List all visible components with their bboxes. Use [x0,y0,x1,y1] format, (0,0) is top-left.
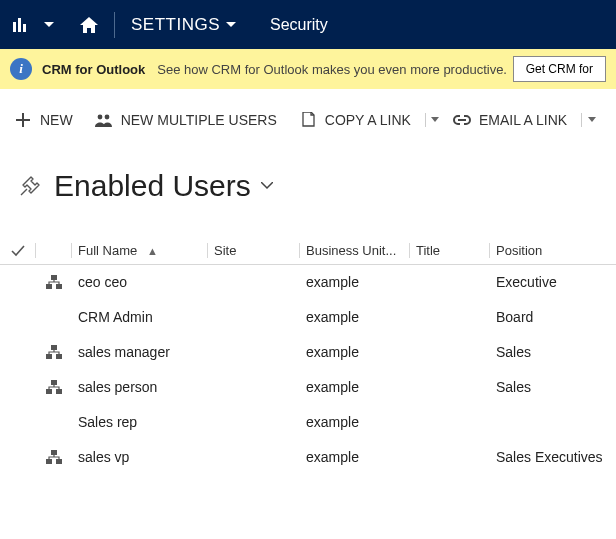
cell-full-name: Sales rep [72,405,208,440]
cell-business-unit: example [300,335,410,370]
cell-full-name: sales manager [72,335,208,370]
email-link-split[interactable] [581,113,593,127]
cell-title [410,440,490,475]
nav-divider [114,12,115,38]
cell-position: Sales [490,335,616,370]
cell-full-name: ceo ceo [72,265,208,300]
crm-logo-icon[interactable] [8,0,34,49]
cell-site [208,405,300,440]
cell-title [410,265,490,300]
row-checkbox[interactable] [0,440,36,475]
view-selector-chevron-icon[interactable] [261,182,273,190]
org-icon [36,300,72,335]
row-checkbox[interactable] [0,335,36,370]
cell-full-name: sales person [72,370,208,405]
cell-title [410,300,490,335]
cell-site [208,440,300,475]
org-icon [36,335,72,370]
copy-link-split[interactable] [425,113,437,127]
table-row[interactable]: sales personexampleSales [0,370,616,405]
banner-text: See how CRM for Outlook makes you even m… [157,62,507,77]
top-nav: SETTINGS Security [0,0,616,49]
table-row[interactable]: ceo ceoexampleExecutive [0,265,616,300]
svg-rect-10 [56,389,62,394]
cell-business-unit: example [300,405,410,440]
cell-business-unit: example [300,300,410,335]
plus-icon [14,111,32,129]
cell-site [208,300,300,335]
select-all-checkbox[interactable] [0,237,36,265]
app-switcher-chevron-icon[interactable] [40,0,58,49]
cell-position [490,405,616,440]
table-row[interactable]: sales vpexampleSales Executives [0,440,616,475]
multiple-users-icon [95,111,113,129]
link-icon [453,111,471,129]
cell-title [410,405,490,440]
banner-title: CRM for Outlook [42,62,145,77]
get-crm-button[interactable]: Get CRM for [513,56,606,82]
cell-site [208,265,300,300]
svg-rect-7 [56,354,62,359]
svg-rect-3 [46,284,52,289]
copy-link-button[interactable]: COPY A LINK [299,111,411,129]
cell-title [410,370,490,405]
col-business-unit[interactable]: Business Unit... [300,237,410,265]
svg-point-0 [97,114,102,119]
svg-rect-4 [56,284,62,289]
chevron-down-icon [226,22,236,28]
svg-rect-9 [46,389,52,394]
users-table: Full Name ▲ Site Business Unit... Title … [0,237,616,475]
row-checkbox[interactable] [0,405,36,440]
svg-point-1 [104,114,109,119]
org-icon [36,370,72,405]
col-position[interactable]: Position [490,237,616,265]
table-row[interactable]: sales managerexampleSales [0,335,616,370]
new-button[interactable]: NEW [14,111,73,129]
cell-position: Board [490,300,616,335]
col-title[interactable]: Title [410,237,490,265]
info-icon: i [10,58,32,80]
col-icon [36,237,72,265]
cell-position: Executive [490,265,616,300]
col-full-name[interactable]: Full Name ▲ [72,237,208,265]
nav-settings-label: SETTINGS [131,15,220,35]
org-icon [36,405,72,440]
svg-rect-8 [51,380,57,385]
cell-business-unit: example [300,370,410,405]
cell-position: Sales Executives [490,440,616,475]
new-multiple-users-button[interactable]: NEW MULTIPLE USERS [95,111,277,129]
org-icon [36,265,72,300]
email-link-label: EMAIL A LINK [479,112,567,128]
home-icon[interactable] [74,0,104,49]
table-header-row: Full Name ▲ Site Business Unit... Title … [0,237,616,265]
table-row[interactable]: Sales repexample [0,405,616,440]
org-icon [36,440,72,475]
sort-asc-icon: ▲ [147,245,158,257]
row-checkbox[interactable] [0,300,36,335]
cell-business-unit: example [300,265,410,300]
cell-position: Sales [490,370,616,405]
view-title-row: Enabled Users [20,169,616,203]
svg-rect-13 [56,459,62,464]
cell-title [410,335,490,370]
svg-rect-11 [51,450,57,455]
copy-icon [299,111,317,129]
col-full-name-label: Full Name [78,243,137,258]
svg-rect-6 [46,354,52,359]
row-checkbox[interactable] [0,370,36,405]
command-bar: NEW NEW MULTIPLE USERS COPY A LINK EMAIL… [0,89,616,151]
check-icon [10,244,26,258]
new-multiple-label: NEW MULTIPLE USERS [121,112,277,128]
col-site[interactable]: Site [208,237,300,265]
new-label: NEW [40,112,73,128]
view-title[interactable]: Enabled Users [54,169,251,203]
email-link-button[interactable]: EMAIL A LINK [453,111,567,129]
pin-icon[interactable] [20,176,42,196]
cell-full-name: CRM Admin [72,300,208,335]
row-checkbox[interactable] [0,265,36,300]
nav-settings[interactable]: SETTINGS [125,0,242,49]
cell-full-name: sales vp [72,440,208,475]
nav-breadcrumb-security[interactable]: Security [242,0,328,49]
cell-site [208,335,300,370]
table-row[interactable]: CRM AdminexampleBoard [0,300,616,335]
